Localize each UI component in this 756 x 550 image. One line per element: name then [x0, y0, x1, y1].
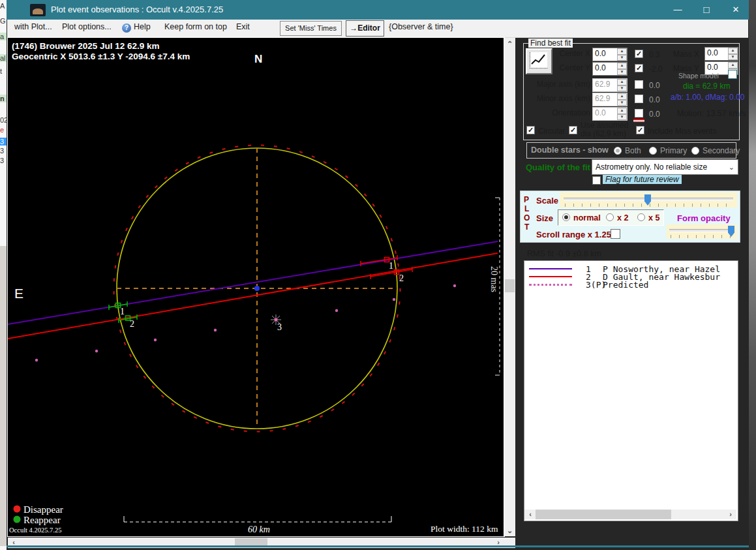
size-normal-radio[interactable]: [562, 213, 570, 221]
occultation-plot[interactable]: 1 2 1 2 3 (1746) Brouwer 2025 Jul 12 62.…: [8, 38, 504, 536]
opacity-slider[interactable]: [667, 224, 737, 239]
double-both-label: Both: [625, 146, 641, 155]
center-y-spinner[interactable]: 0.0 ▲▼: [592, 62, 627, 76]
strip-fragment: n: [0, 95, 7, 102]
fit-x-checkbox[interactable]: [635, 50, 643, 58]
circular-label: Circular: [538, 127, 565, 136]
mass-x-arrows[interactable]: ▲▼: [728, 48, 738, 60]
close-button[interactable]: ✕: [721, 0, 750, 20]
center-y-arrows[interactable]: ▲▼: [617, 63, 627, 75]
menu-help[interactable]: Help: [134, 22, 151, 31]
up-arrow-icon[interactable]: ▲: [728, 48, 738, 54]
center-x-label: Center X: [528, 49, 590, 58]
center-x-value[interactable]: 0.0: [593, 48, 617, 61]
set-miss-times-button[interactable]: Set 'Miss' Times: [280, 21, 342, 36]
strip-fragment: 02: [0, 116, 7, 124]
down-arrow-icon[interactable]: ▼: [617, 69, 627, 76]
down-arrow-icon[interactable]: ▼: [617, 55, 627, 61]
menu-with-plot[interactable]: with Plot...: [14, 22, 52, 31]
orientation-label: Orientation: [525, 108, 590, 117]
strip-fragment: A: [0, 2, 7, 10]
double-primary-radio: [649, 147, 657, 155]
size-x5-label: x 5: [648, 213, 659, 222]
center-dot: [254, 286, 260, 291]
window-bottom-border: [7, 545, 749, 547]
strip-fragment: al: [0, 54, 7, 62]
observer-time-label[interactable]: {Observer & time}: [389, 22, 453, 31]
orientation-arrows: ▲▼: [617, 108, 627, 120]
help-icon[interactable]: ?: [122, 23, 131, 33]
size-x5-radio[interactable]: [637, 213, 645, 221]
double-primary-label: Primary: [660, 146, 687, 155]
menu-exit[interactable]: Exit: [236, 22, 250, 31]
use-assumed-checkbox[interactable]: [569, 126, 577, 134]
fit-y-checkbox[interactable]: [635, 64, 643, 72]
major-axis-value: 62.9: [593, 79, 617, 91]
form-opacity-label: Form opacity: [677, 213, 731, 223]
size-x2-label: x 2: [617, 213, 628, 222]
down-arrow-icon: ▼: [617, 85, 627, 92]
quality-dropdown[interactable]: Astrometry only. No reliable size ⌄: [592, 159, 738, 175]
minimize-button[interactable]: —: [663, 0, 692, 20]
double-secondary-label: Secondary: [703, 146, 740, 155]
up-arrow-icon[interactable]: ▲: [617, 63, 627, 69]
minor-axis-label: Minor axis (km): [525, 94, 590, 103]
plot-letter-o: O: [524, 213, 530, 222]
list-hscroll-thumb[interactable]: [536, 510, 671, 519]
up-arrow-icon: ▲: [617, 79, 627, 85]
predicted-label: 3: [277, 322, 282, 332]
flag-review-label: Flag for future review: [603, 175, 682, 184]
center-x-arrows[interactable]: ▲▼: [617, 48, 627, 61]
mass-x-value[interactable]: 0.0: [705, 48, 728, 60]
major-axis-label: Major axis (km): [525, 80, 590, 89]
scroll-range-checkbox[interactable]: [611, 229, 620, 239]
observer-list-hscrollbar[interactable]: ‹ ›: [524, 510, 736, 519]
observer-1-line-swatch: [529, 268, 572, 269]
mass-x-spinner[interactable]: 0.0 ▲▼: [704, 47, 738, 61]
menu-plot-options[interactable]: Plot options...: [62, 22, 112, 31]
strip-fragment: 3: [0, 147, 7, 155]
fit-y-flag-value: -2.0: [649, 65, 663, 74]
dia-text: dia = 62.9 km: [683, 82, 730, 91]
center-y-value[interactable]: 0.0: [593, 63, 617, 75]
screen: A G a al t n 02 e 3 3 3 Plot event obser…: [0, 0, 756, 550]
scale-label: Scale: [536, 196, 558, 206]
scroll-up-icon[interactable]: ⌃: [504, 39, 515, 49]
use-assumed-label: Use assumed dia (62.9 km): [581, 121, 628, 138]
minor-axis-value: 62.9: [593, 93, 617, 106]
scale-slider[interactable]: [560, 192, 737, 207]
up-arrow-icon[interactable]: ▲: [728, 62, 738, 69]
include-miss-checkbox[interactable]: [636, 126, 644, 134]
shape-model-checkbox[interactable]: [728, 70, 737, 79]
center-x-spinner[interactable]: 0.0 ▲▼: [592, 48, 627, 61]
circular-checkbox[interactable]: [526, 126, 535, 134]
observer-3-name: Predicted: [603, 280, 648, 290]
plot-vscrollbar[interactable]: ⌃ ⌄: [504, 38, 515, 536]
maximize-button[interactable]: □: [692, 0, 721, 20]
vscroll-thumb[interactable]: [505, 279, 515, 292]
minor-axis-spinner: 62.9 ▲▼: [592, 93, 627, 106]
scroll-down-icon[interactable]: ⌄: [504, 526, 515, 536]
editor-button[interactable]: →Editor: [346, 20, 384, 37]
scroll-right-icon[interactable]: ›: [726, 510, 735, 519]
up-arrow-icon[interactable]: ▲: [617, 48, 627, 55]
reappear-label-2: 2: [130, 319, 134, 329]
down-arrow-icon[interactable]: ▼: [728, 54, 738, 61]
scroll-left-icon[interactable]: ‹: [526, 510, 535, 519]
desktop-background: [749, 0, 756, 550]
motion-text: Motion: 13.57 km/s: [677, 109, 746, 118]
menu-keep-on-top[interactable]: Keep form on top: [164, 22, 227, 31]
double-both-radio: [614, 147, 622, 155]
flag-review-checkbox[interactable]: [592, 176, 601, 185]
minor-axis-arrows: ▲▼: [617, 93, 627, 106]
plot-letter-l: L: [524, 204, 529, 213]
scale-slider-ticks: [565, 204, 733, 207]
strip-tail: [0, 246, 7, 546]
observer-list[interactable]: 1 P Nosworthy, near Hazel 2 D Gault, nea…: [524, 260, 738, 521]
major-axis-arrows: ▲▼: [617, 79, 627, 91]
east-label: E: [14, 286, 23, 301]
size-label: Size: [536, 213, 553, 223]
double-stars-label: Double stars - show: [531, 145, 609, 155]
background-window-sliver: A G a al t n 02 e 3 3 3: [0, 0, 7, 550]
size-x2-radio[interactable]: [606, 213, 614, 221]
